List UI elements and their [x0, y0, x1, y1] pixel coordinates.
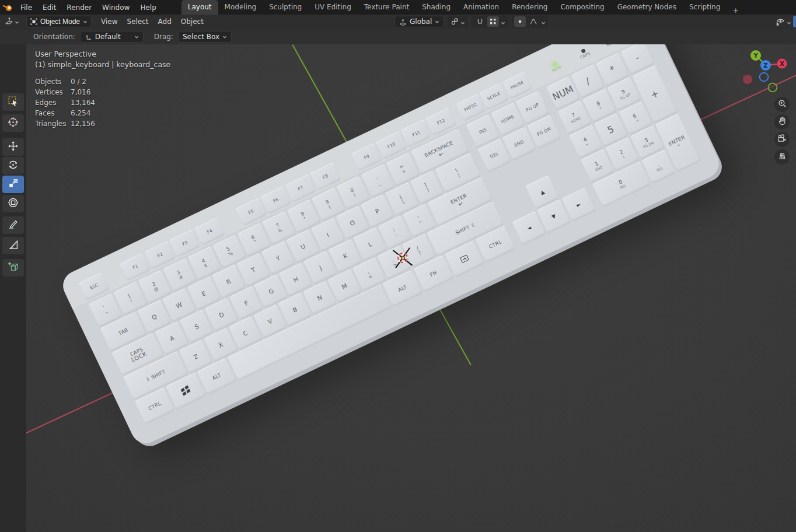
drag-mode-dropdown[interactable]: Select Box — [178, 31, 232, 43]
stat-value: 13,164 — [71, 97, 170, 108]
tool-scale-active[interactable] — [2, 176, 24, 193]
tab-modeling[interactable]: Modeling — [218, 0, 263, 15]
pan-icon — [778, 117, 787, 128]
stat-label: Vertices — [35, 87, 71, 97]
top-menu-bar: FileEditRenderWindowHelp LayoutModelingS… — [0, 0, 796, 15]
tool-add-cube[interactable] — [2, 259, 24, 276]
proportional-edit-icon[interactable] — [514, 16, 526, 27]
svg-text:Y: Y — [753, 52, 758, 59]
camera-view-button[interactable] — [774, 132, 790, 147]
stat-label: Triangles — [35, 118, 71, 129]
annotate-icon — [8, 219, 19, 232]
active-object: (1) simple_keyboard | keyboard_case — [35, 60, 170, 70]
zoom-view-button[interactable] — [774, 97, 790, 112]
num-led: NUM — [543, 58, 568, 76]
add-cube-icon — [8, 261, 19, 275]
menu-render[interactable]: Render — [61, 0, 97, 15]
transform-orientation-dropdown[interactable]: Global — [394, 16, 444, 27]
keycap: PAUSE — [502, 72, 532, 99]
menu-file[interactable]: File — [15, 0, 37, 15]
object-mode-icon — [30, 18, 37, 25]
blender-logo-icon[interactable] — [0, 0, 15, 15]
cursor-3d — [390, 245, 416, 271]
proportional-edit-controls[interactable] — [512, 16, 548, 27]
tab-geometry-nodes[interactable]: Geometry Nodes — [611, 0, 683, 15]
tab-texture-paint[interactable]: Texture Paint — [358, 0, 416, 15]
chevron-down-icon — [15, 16, 19, 27]
gizmo-neg-y[interactable] — [769, 83, 777, 92]
stat-label: Faces — [35, 108, 71, 118]
menu-window[interactable]: Window — [97, 0, 135, 15]
magnet-icon[interactable] — [474, 16, 486, 27]
tool-move[interactable] — [2, 138, 24, 156]
stat-value: 6,254 — [71, 108, 170, 118]
editor-type-button[interactable] — [0, 16, 23, 27]
stat-label: Objects — [35, 76, 71, 87]
viewport-3d[interactable]: ESCF1F2F3F4F5F6F7F8F9F10F11F12PRTSCSCRLK… — [0, 44, 796, 532]
tool-orientation-dropdown[interactable]: Default — [80, 31, 144, 43]
tab-compositing[interactable]: Compositing — [554, 0, 610, 15]
chevron-down-icon — [435, 18, 439, 26]
mode-label: Object Mode — [40, 18, 80, 26]
snap-controls[interactable] — [472, 16, 508, 27]
drag-label: Drag: — [154, 33, 173, 41]
chevron-down-icon — [787, 16, 791, 27]
chevron-down-icon — [541, 16, 546, 27]
scale-icon — [8, 178, 19, 191]
orientation-label: Orientation: — [33, 33, 75, 41]
add-workspace-button[interactable]: + — [727, 6, 745, 15]
viewport-menu-view[interactable]: View — [96, 18, 122, 26]
chevron-down-icon — [501, 16, 505, 27]
scroll-led: SCROLL — [600, 44, 625, 49]
tool-annotate[interactable] — [2, 216, 24, 234]
snap-target-icon[interactable] — [487, 16, 499, 27]
tool-rotate[interactable] — [2, 157, 24, 174]
tab-animation[interactable]: Animation — [457, 0, 505, 15]
tab-uv-editing[interactable]: UV Editing — [308, 0, 358, 15]
axes-icon — [85, 33, 92, 41]
workspace-tabs: LayoutModelingSculptingUV EditingTexture… — [181, 0, 745, 15]
svg-text:Z: Z — [763, 62, 767, 69]
gizmo-neg-x[interactable] — [743, 75, 752, 84]
viewport-menu-object[interactable]: Object — [176, 18, 208, 26]
gizmo-visibility-button[interactable] — [775, 16, 791, 27]
cursor-icon — [8, 117, 19, 130]
menu-edit[interactable]: Edit — [37, 0, 61, 15]
rotate-icon — [8, 159, 19, 173]
tool-settings-bar: Orientation: Default Drag: Select Box — [0, 29, 796, 44]
orthographic-view-button[interactable] — [774, 149, 790, 164]
orthographic-icon — [778, 152, 787, 163]
chevron-down-icon — [134, 33, 139, 41]
pan-view-button[interactable] — [774, 114, 790, 130]
windows-logo-icon — [180, 385, 190, 397]
tool-select-box[interactable] — [2, 93, 24, 111]
tool-orientation-value: Default — [95, 33, 131, 41]
caps-led: CAPS — [572, 44, 597, 62]
tool-cursor[interactable] — [2, 114, 24, 132]
tab-sculpting[interactable]: Sculpting — [263, 0, 308, 15]
tool-transform[interactable] — [2, 195, 24, 212]
stat-value: 12,156 — [71, 118, 170, 129]
tab-shading[interactable]: Shading — [416, 0, 457, 15]
tool-measure[interactable] — [2, 237, 24, 254]
drag-mode-value: Select Box — [183, 33, 219, 41]
navigation-gizmo[interactable]: Y Z X — [741, 48, 796, 102]
overlays-button-partial[interactable] — [793, 16, 796, 27]
pivot-point-dropdown[interactable] — [448, 16, 467, 27]
eye-cursor-icon — [775, 18, 785, 26]
falloff-curve-icon[interactable] — [528, 16, 539, 27]
app-menus: FileEditRenderWindowHelp — [15, 0, 162, 15]
viewport-header: Object Mode ViewSelectAddObject Global — [0, 15, 796, 29]
tab-scripting[interactable]: Scripting — [683, 0, 727, 15]
viewport-menu-add[interactable]: Add — [153, 18, 176, 26]
menu-help[interactable]: Help — [135, 0, 161, 15]
scene-statistics: Objects0 / 2Vertices7,016Edges13,164Face… — [35, 76, 170, 129]
mode-dropdown[interactable]: Object Mode — [26, 16, 92, 27]
viewport-menu-select[interactable]: Select — [123, 18, 153, 26]
tab-rendering[interactable]: Rendering — [505, 0, 554, 15]
gizmo-neg-z[interactable] — [760, 73, 769, 82]
tab-layout[interactable]: Layout — [181, 0, 218, 15]
stat-value: 0 / 2 — [71, 76, 170, 87]
viewport-nav-buttons — [774, 97, 790, 164]
measure-icon — [8, 239, 19, 253]
